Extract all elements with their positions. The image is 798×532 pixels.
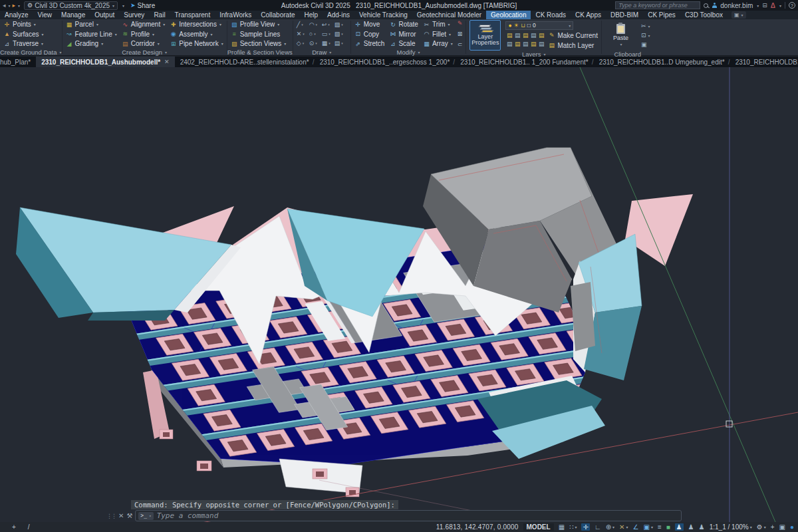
file-tab-2310-reichholdb1-d-umgebung-edit[interactable]: /2310_REICHHOLDB1..D Umgebung_edit* [594,57,730,67]
help-icon[interactable]: ? [789,2,795,9]
draw-tool-icon-1[interactable]: ◠▾ [309,20,322,29]
panel-label-create-design[interactable]: Create Design▾ [63,48,227,56]
panel-label-profile-section-views[interactable]: Profile & Section Views [227,48,293,56]
ribbon-tab-help[interactable]: Help [299,11,323,19]
draw-tool-icon-11[interactable]: ▤▾ [334,39,347,48]
pipe-network-button[interactable]: ⊞Pipe Network▾ [170,39,223,48]
ribbon-tab-infraworks[interactable]: InfraWorks [215,11,256,19]
draw-tool-icon-5[interactable]: ○▾ [309,29,322,39]
match-layer-button[interactable]: ▤Match Layer [548,41,598,50]
draw-tool-icon-6[interactable]: ▭▾ [322,29,334,39]
workspace-switching-icon[interactable]: ⚙▾ [757,523,766,531]
parcel-button[interactable]: ▦Parcel▾ [66,20,117,29]
object-snap-icon[interactable]: ▣▾ [643,523,652,531]
qat-expand-icon[interactable]: ▾ [122,3,124,8]
draw-tool-icon-10[interactable]: ▦▾ [322,39,334,48]
panel-label-create-ground-data[interactable]: Create Ground Data▾ [0,48,62,56]
panel-label-draw[interactable]: Draw▾ [293,48,350,56]
dynamic-input-icon[interactable]: ✛ [581,523,589,531]
ortho-mode-icon[interactable]: ∟ [595,523,601,531]
ribbon-tab-ck-pipes[interactable]: CK Pipes [643,11,680,19]
graphics-performance-icon[interactable]: ● [790,523,794,531]
profile-button[interactable]: ≋Profile▾ [122,30,165,39]
ribbon-tab-manage[interactable]: Manage [57,11,90,19]
drawing-viewport[interactable] [0,67,798,522]
ribbon-tab-geolocation[interactable]: Geolocation [486,11,531,19]
draw-tool-icon-8[interactable]: ◇▾ [297,39,309,48]
autodesk-logo-icon[interactable]: Δ [771,2,775,9]
ribbon-tab-rail[interactable]: Rail [149,11,170,19]
draw-tool-icon-2[interactable]: ↩▾ [322,20,334,29]
rotate-button[interactable]: ↻Rotate [389,20,418,29]
layer-properties-button[interactable]: LayerProperties [469,20,501,51]
fillet-button[interactable]: ◠Fillet▾ [423,30,453,39]
layout-add-button[interactable]: + [12,523,16,531]
model-space-button[interactable]: MODEL [523,523,554,531]
ribbon-tab-view[interactable]: View [33,11,57,19]
command-close-icon[interactable]: ✕ [118,512,124,519]
array-button[interactable]: ▦Array▾ [423,39,453,48]
ribbon-tab-analyze[interactable]: Analyze [0,11,33,19]
annotation-visibility-icon[interactable]: ♟ [675,523,684,531]
annotation-scale-value[interactable]: 1:1_1 / 100%▾ [710,523,752,531]
polar-tracking-icon[interactable]: ⊕▾ [606,523,614,531]
assembly-button[interactable]: ◉Assembly▾ [170,30,223,39]
app-store-icon[interactable]: ⊟ [762,2,767,9]
intersections-button[interactable]: ✚Intersections▾ [170,20,223,29]
user-avatar-icon[interactable] [712,3,717,8]
move-button[interactable]: ✛Move [354,20,385,29]
feature-line-button[interactable]: ↝Feature Line▾ [66,30,117,39]
logo-dropdown-icon[interactable]: ▾ [779,3,781,8]
file-tab-2310-reichholdb1-dgeschoss-1-200[interactable]: /2310_REICHHOLDB1_..dgeschoss 1_200* [730,57,798,67]
corridor-button[interactable]: ▤Corridor▾ [122,39,165,48]
copy-button[interactable]: ⊡Copy [354,30,385,39]
ribbon-tab-survey[interactable]: Survey [119,11,149,19]
annotation-scale-icon[interactable]: ♟ [699,523,705,531]
draw-tool-icon-4[interactable]: ✕▾ [297,29,309,39]
ribbon-display-toggle[interactable]: ▣▾ [732,11,746,19]
customization-icon[interactable]: + [771,523,775,531]
mirror-button[interactable]: ⋈Mirror [389,30,418,39]
ribbon-tab-ck-roads[interactable]: CK Roads [531,11,571,19]
panel-label-modify[interactable]: Modify▾ [351,48,466,56]
ribbon-tab-geotechnical-modeler[interactable]: Geotechnical Modeler [412,11,486,19]
ribbon-tab-collaborate[interactable]: Collaborate [256,11,299,19]
osnap-tracking-icon[interactable]: ∠ [632,523,638,531]
file-tab-hub-plan[interactable]: hub_Plan* [0,57,36,67]
section-views-button[interactable]: ▨Section Views▾ [231,39,287,48]
username[interactable]: donker.bim [720,2,753,9]
snap-mode-icon[interactable]: ∷▾ [569,523,577,531]
grading-button[interactable]: ◢Grading▾ [66,39,117,48]
ribbon-tab-ck-apps[interactable]: CK Apps [571,11,606,19]
traverse-button[interactable]: ⊿Traverse▾ [3,39,43,48]
close-tab-icon[interactable]: ✕ [164,59,170,65]
ribbon-tab-c3d-toolbox[interactable]: C3D Toolbox [680,11,728,19]
ribbon-tab-transparent[interactable]: Transparent [170,11,215,19]
file-tab-2310-reichholdb1-1-200-fundament[interactable]: /2310_REICHHOLDB1.. 1_200 Fundament* [455,57,593,67]
ribbon-tab-output[interactable]: Output [90,11,119,19]
draw-tool-icon-9[interactable]: ⊙▾ [309,39,322,48]
ribbon-tab-dbd-bim[interactable]: DBD-BIM [606,11,643,19]
command-prompt-icon[interactable]: >_ ▾ [138,512,153,520]
make-current-button[interactable]: ✎Make Current [548,31,598,40]
stretch-button[interactable]: ⇗Stretch [354,39,385,48]
ribbon-tab-vehicle-tracking[interactable]: Vehicle Tracking [354,11,412,19]
paste-special-icon[interactable]: ▣ [641,41,650,48]
draw-tool-icon-0[interactable]: ╱▾ [297,20,309,29]
search-input[interactable]: Type a keyword or phrase [615,1,700,9]
lineweight-icon[interactable]: ≡ [658,523,662,531]
scale-button[interactable]: ⊿Scale [389,39,418,48]
alignment-button[interactable]: ∿Alignment▾ [122,20,165,29]
draw-tool-icon-7[interactable]: ▧▾ [334,29,347,39]
match-properties-icon[interactable]: ✎ [458,20,463,27]
file-tab-2310-reichholdb1-aushubmodell[interactable]: 2310_REICHHOLDB1_Aushubmodell*✕ [36,57,174,67]
file-tab-2402-reichhold-are-stelleninstalation[interactable]: 2402_REICHHOLD-ARE..stelleninstalation* [175,57,315,67]
layer-select-dropdown[interactable]: ●☀⊔□0▾ [505,21,573,30]
user-dropdown-icon[interactable]: ▾ [757,3,759,8]
redo-dropdown-icon[interactable]: ▾ [18,3,20,8]
command-customize-icon[interactable]: ⚒ [126,512,132,519]
paste-button[interactable]: Paste▾ [605,20,636,51]
undo-icon[interactable]: ◂ [3,2,6,9]
command-input[interactable]: >_ ▾ Type a command [135,510,682,521]
autoscale-icon[interactable]: ♟ [688,523,694,531]
